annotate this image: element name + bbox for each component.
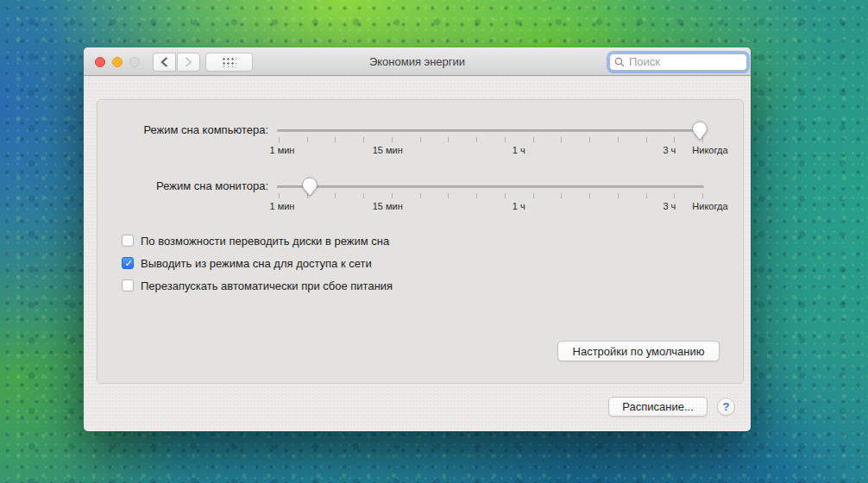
slider-tick [279, 137, 280, 142]
settings-panel: Режим сна компьютера: 1 мин15 мин1 ч3 чН… [97, 99, 744, 384]
slider-tick [363, 137, 364, 142]
slider-scale-label: 15 мин [373, 145, 403, 155]
minimize-button[interactable] [112, 57, 123, 67]
checkbox[interactable] [122, 235, 134, 247]
desktop: Экономия энергии Режим сна компьютера: 1… [0, 0, 868, 483]
schedule-button[interactable]: Расписание... [608, 397, 708, 417]
energy-saver-window: Экономия энергии Режим сна компьютера: 1… [84, 47, 751, 431]
checkbox-row-wake-network[interactable]: Выводить из режима сна для доступа к сет… [122, 256, 372, 270]
slider-tick [420, 193, 421, 198]
slider-tick [505, 137, 506, 142]
slider-tick [674, 193, 675, 198]
slider-scale-label: 15 мин [373, 201, 403, 211]
slider-tick [307, 137, 308, 142]
chevron-left-icon [160, 57, 168, 67]
slider-tick [561, 137, 562, 142]
zoom-button-disabled [129, 57, 140, 67]
slider-tick [589, 193, 590, 198]
slider-tick [476, 137, 477, 142]
search-input[interactable] [609, 53, 747, 71]
computer-sleep-slider[interactable]: 1 мин15 мин1 ч3 чНикогда [277, 100, 704, 152]
checkbox-label: Выводить из режима сна для доступа к сет… [141, 257, 372, 270]
computer-sleep-label: Режим сна компьютера: [97, 123, 268, 136]
checkbox-label: Перезапускать автоматически при сбое пит… [141, 279, 393, 292]
slider-tick [533, 137, 534, 142]
slider-tick [561, 193, 562, 198]
forward-button-disabled [177, 53, 200, 72]
display-sleep-slider[interactable]: 1 мин15 мин1 ч3 чНикогда [277, 156, 704, 208]
slider-tick [420, 137, 421, 142]
slider-tick [279, 193, 280, 198]
slider-tick [392, 193, 393, 198]
slider-scale-label: 3 ч [663, 201, 676, 211]
slider-thumb[interactable] [692, 121, 708, 141]
slider-tick [505, 193, 506, 198]
slider-tick [589, 137, 590, 142]
grid-icon [222, 57, 236, 67]
traffic-lights [95, 57, 140, 67]
back-button[interactable] [153, 53, 176, 72]
help-button[interactable]: ? [717, 398, 735, 416]
slider-scale-label: 1 мин [269, 145, 294, 155]
search-icon [614, 57, 625, 67]
slider-tick [618, 137, 619, 142]
slider-tick [618, 193, 619, 198]
titlebar[interactable]: Экономия энергии [84, 47, 751, 76]
slider-tick [646, 137, 647, 142]
slider-track[interactable] [277, 185, 704, 188]
slider-tick [448, 193, 449, 198]
restore-defaults-button[interactable]: Настройки по умолчанию [557, 341, 720, 361]
slider-tick [448, 137, 449, 142]
slider-tick [335, 137, 336, 142]
slider-scale-label: 1 ч [513, 145, 525, 155]
search-field [609, 53, 747, 71]
slider-tick [392, 137, 393, 142]
slider-tick [363, 193, 364, 198]
checkbox[interactable] [122, 257, 134, 269]
slider-scale-label: 1 мин [269, 201, 294, 211]
show-all-button[interactable] [205, 53, 253, 72]
slider-thumb[interactable] [302, 177, 318, 197]
slider-track[interactable] [277, 129, 704, 132]
close-button[interactable] [95, 57, 105, 67]
slider-tick [674, 137, 675, 142]
checkbox[interactable] [122, 279, 134, 292]
checkbox-row-disk-sleep[interactable]: По возможности переводить диски в режим … [122, 234, 389, 248]
slider-scale-label: 3 ч [663, 145, 676, 155]
checkbox-row-restart-power-failure[interactable]: Перезапускать автоматически при сбое пит… [122, 279, 393, 292]
slider-scale-label: Никогда [692, 145, 727, 155]
slider-tick [702, 193, 703, 198]
slider-scale-label: 1 ч [513, 201, 525, 211]
checkbox-label: По возможности переводить диски в режим … [141, 235, 389, 248]
chevron-right-icon [185, 57, 192, 67]
slider-tick [335, 193, 336, 198]
slider-tick [533, 193, 534, 198]
slider-tick [646, 193, 647, 198]
display-sleep-label: Режим сна монитора: [97, 179, 268, 192]
slider-tick [476, 193, 477, 198]
nav-buttons [153, 53, 200, 72]
slider-scale-label: Никогда [692, 201, 727, 211]
